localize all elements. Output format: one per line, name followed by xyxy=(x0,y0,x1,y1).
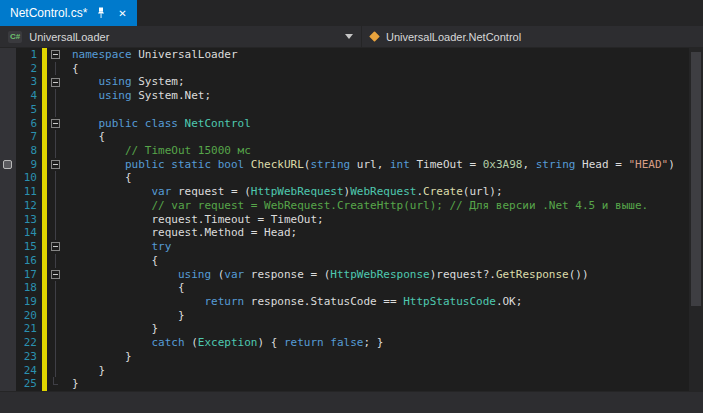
fold-guide xyxy=(47,62,64,76)
line-number: 19 xyxy=(16,295,42,309)
line-number: 25 xyxy=(16,377,42,391)
breakpoint-margin[interactable] xyxy=(0,226,16,240)
code-text[interactable]: } xyxy=(64,322,689,336)
fold-collapse-icon[interactable] xyxy=(47,48,64,62)
code-text[interactable]: { xyxy=(64,254,689,268)
breakpoint-margin[interactable] xyxy=(0,103,16,117)
code-text[interactable]: { xyxy=(64,62,689,76)
breakpoint-margin[interactable] xyxy=(0,336,16,350)
code-text[interactable]: } xyxy=(64,364,689,378)
type-member-dropdown[interactable]: UniversalLoader.NetControl xyxy=(362,26,703,47)
code-line: 18 { xyxy=(0,281,689,295)
line-number: 6 xyxy=(16,117,42,131)
breakpoint-margin[interactable] xyxy=(0,171,16,185)
breakpoint-margin[interactable] xyxy=(0,254,16,268)
code-text[interactable]: { xyxy=(64,130,689,144)
breakpoint-margin[interactable] xyxy=(0,185,16,199)
fold-guide xyxy=(47,213,64,227)
fold-collapse-icon[interactable] xyxy=(47,240,64,254)
line-number: 22 xyxy=(16,336,42,350)
code-text[interactable]: public class NetControl xyxy=(64,117,689,131)
line-number: 7 xyxy=(16,130,42,144)
line-number: 13 xyxy=(16,213,42,227)
line-number: 5 xyxy=(16,103,42,117)
chevron-down-icon[interactable] xyxy=(345,34,353,39)
code-text[interactable] xyxy=(64,103,689,117)
code-text[interactable]: namespace UniversalLoader xyxy=(64,48,689,62)
code-text[interactable]: var request = (HttpWebRequest)WebRequest… xyxy=(64,185,689,199)
breakpoint-margin[interactable] xyxy=(0,158,16,172)
tab-netcontrol[interactable]: NetControl.cs* ✕ xyxy=(0,0,137,26)
pin-icon[interactable] xyxy=(94,6,108,20)
breakpoint-margin[interactable] xyxy=(0,199,16,213)
fold-collapse-icon[interactable] xyxy=(47,268,64,282)
breakpoint-margin[interactable] xyxy=(0,240,16,254)
fold-guide xyxy=(47,322,64,336)
vertical-scrollbar[interactable] xyxy=(689,48,703,391)
line-number: 3 xyxy=(16,75,42,89)
breakpoint-margin[interactable] xyxy=(0,350,16,364)
code-text[interactable]: // var request = WebRequest.CreateHttp(u… xyxy=(64,199,689,213)
breakpoint-margin[interactable] xyxy=(0,364,16,378)
code-text[interactable]: try xyxy=(64,240,689,254)
code-text[interactable]: request.Timeout = TimeOut; xyxy=(64,213,689,227)
pin-icon-glyph xyxy=(96,7,106,19)
breakpoint-margin[interactable] xyxy=(0,281,16,295)
project-dropdown[interactable]: C# UniversalLoader xyxy=(0,26,362,47)
line-number: 15 xyxy=(16,240,42,254)
code-line: 20 } xyxy=(0,309,689,323)
breakpoint-margin[interactable] xyxy=(0,75,16,89)
fold-guide xyxy=(47,171,64,185)
fold-guide xyxy=(47,336,64,350)
margin-glyph-icon[interactable] xyxy=(3,160,12,169)
breakpoint-margin[interactable] xyxy=(0,309,16,323)
line-number: 14 xyxy=(16,226,42,240)
code-text[interactable]: public static bool CheckURL(string url, … xyxy=(64,158,689,172)
code-text[interactable]: using (var response = (HttpWebResponse)r… xyxy=(64,268,689,282)
fold-collapse-icon[interactable] xyxy=(47,158,64,172)
fold-guide xyxy=(47,254,64,268)
vertical-scrollbar-thumb[interactable] xyxy=(691,52,701,306)
breakpoint-margin[interactable] xyxy=(0,144,16,158)
code-text[interactable]: using System.Net; xyxy=(64,89,689,103)
code-text[interactable]: { xyxy=(64,281,689,295)
code-text[interactable]: request.Method = Head; xyxy=(64,226,689,240)
code-line: 5 xyxy=(0,103,689,117)
code-line: 17 using (var response = (HttpWebRespons… xyxy=(0,268,689,282)
breakpoint-margin[interactable] xyxy=(0,322,16,336)
breakpoint-margin[interactable] xyxy=(0,62,16,76)
code-line: 24 } xyxy=(0,364,689,378)
code-line: 8 // TimeOut 15000 мс xyxy=(0,144,689,158)
close-icon[interactable]: ✕ xyxy=(115,6,129,20)
csharp-project-icon: C# xyxy=(8,31,22,43)
code-text[interactable]: // TimeOut 15000 мс xyxy=(64,144,689,158)
breakpoint-margin[interactable] xyxy=(0,213,16,227)
breakpoint-margin[interactable] xyxy=(0,130,16,144)
code-text[interactable]: { xyxy=(64,171,689,185)
code-line: 14 request.Method = Head; xyxy=(0,226,689,240)
code-text[interactable]: } xyxy=(64,377,689,391)
code-editor[interactable]: 1namespace UniversalLoader2{3 using Syst… xyxy=(0,48,703,391)
fold-collapse-icon[interactable] xyxy=(47,75,64,89)
code-text[interactable]: } xyxy=(64,350,689,364)
line-number: 21 xyxy=(16,322,42,336)
breakpoint-margin[interactable] xyxy=(0,117,16,131)
fold-collapse-icon[interactable] xyxy=(47,117,64,131)
breakpoint-margin[interactable] xyxy=(0,377,16,391)
fold-guide xyxy=(47,281,64,295)
breakpoint-margin[interactable] xyxy=(0,89,16,103)
breakpoint-margin[interactable] xyxy=(0,295,16,309)
code-line: 11 var request = (HttpWebRequest)WebRequ… xyxy=(0,185,689,199)
class-icon xyxy=(369,31,380,42)
code-line: 15 try xyxy=(0,240,689,254)
line-number: 4 xyxy=(16,89,42,103)
fold-guide xyxy=(47,199,64,213)
code-text[interactable]: using System; xyxy=(64,75,689,89)
code-text[interactable]: } xyxy=(64,309,689,323)
line-number: 17 xyxy=(16,268,42,282)
breakpoint-margin[interactable] xyxy=(0,268,16,282)
code-line: 12 // var request = WebRequest.CreateHtt… xyxy=(0,199,689,213)
code-text[interactable]: catch (Exception) { return false; } xyxy=(64,336,689,350)
code-text[interactable]: return response.StatusCode == HttpStatus… xyxy=(64,295,689,309)
breakpoint-margin[interactable] xyxy=(0,48,16,62)
